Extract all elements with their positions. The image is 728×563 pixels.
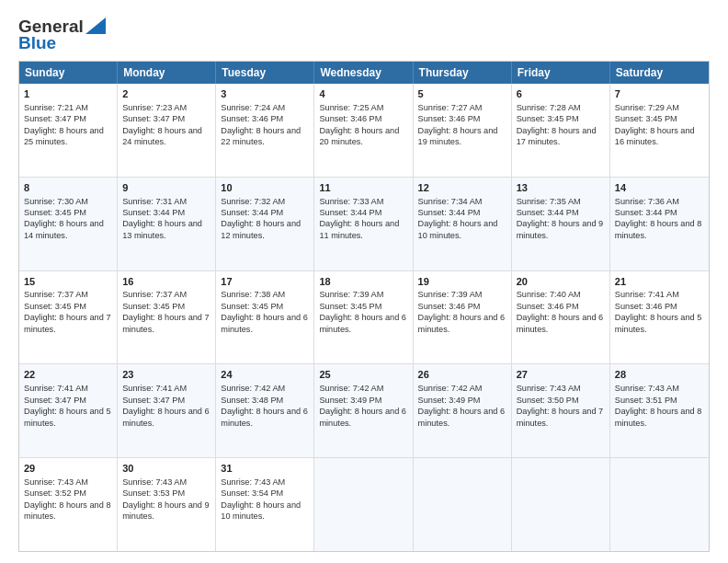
calendar-cell-21: 21Sunrise: 7:41 AMSunset: 3:46 PMDayligh… — [610, 271, 709, 364]
sunrise-text: Sunrise: 7:29 AM — [615, 103, 679, 112]
calendar-cell-29: 29Sunrise: 7:43 AMSunset: 3:52 PMDayligh… — [19, 458, 118, 551]
daylight-text: Daylight: 8 hours and 10 minutes. — [418, 219, 498, 239]
sunset-text: Sunset: 3:47 PM — [24, 396, 86, 405]
sunrise-text: Sunrise: 7:41 AM — [122, 384, 187, 393]
daylight-text: Daylight: 8 hours and 9 minutes. — [122, 500, 210, 521]
day-number: 27 — [517, 368, 605, 382]
sunrise-text: Sunrise: 7:37 AM — [122, 290, 187, 299]
sunset-text: Sunset: 3:52 PM — [24, 488, 86, 498]
day-number: 22 — [24, 368, 112, 382]
day-number: 25 — [319, 368, 407, 382]
sunset-text: Sunset: 3:49 PM — [418, 396, 481, 405]
day-number: 26 — [418, 368, 506, 382]
sunset-text: Sunset: 3:44 PM — [615, 208, 677, 217]
sunset-text: Sunset: 3:46 PM — [418, 302, 481, 311]
daylight-text: Daylight: 8 hours and 8 minutes. — [24, 500, 111, 521]
sunset-text: Sunset: 3:44 PM — [221, 208, 283, 217]
sunset-text: Sunset: 3:47 PM — [122, 396, 185, 405]
daylight-text: Daylight: 8 hours and 10 minutes. — [221, 500, 301, 521]
sunset-text: Sunset: 3:44 PM — [122, 208, 185, 217]
day-number: 19 — [418, 275, 506, 289]
daylight-text: Daylight: 8 hours and 6 minutes. — [221, 407, 308, 427]
daylight-text: Daylight: 8 hours and 5 minutes. — [24, 407, 111, 427]
header: General Blue — [18, 17, 710, 53]
calendar-row-4: 22Sunrise: 7:41 AMSunset: 3:47 PMDayligh… — [19, 363, 709, 457]
day-number: 12 — [418, 181, 506, 195]
sunrise-text: Sunrise: 7:24 AM — [221, 103, 285, 112]
daylight-text: Daylight: 8 hours and 5 minutes. — [615, 313, 702, 333]
calendar-cell-12: 12Sunrise: 7:34 AMSunset: 3:44 PMDayligh… — [414, 178, 512, 270]
day-number: 8 — [24, 181, 112, 195]
sunrise-text: Sunrise: 7:39 AM — [418, 290, 483, 299]
sunrise-text: Sunrise: 7:21 AM — [24, 103, 88, 112]
sunset-text: Sunset: 3:44 PM — [319, 208, 381, 217]
sunrise-text: Sunrise: 7:42 AM — [418, 384, 483, 393]
calendar-cell-17: 17Sunrise: 7:38 AMSunset: 3:45 PMDayligh… — [216, 271, 314, 364]
day-number: 7 — [615, 87, 704, 101]
calendar-body: 1Sunrise: 7:21 AMSunset: 3:47 PMDaylight… — [19, 84, 709, 551]
daylight-text: Daylight: 8 hours and 12 minutes. — [221, 219, 301, 239]
sunset-text: Sunset: 3:45 PM — [24, 302, 86, 311]
calendar-cell-27: 27Sunrise: 7:43 AMSunset: 3:50 PMDayligh… — [512, 364, 610, 457]
sunrise-text: Sunrise: 7:36 AM — [615, 197, 679, 206]
sunset-text: Sunset: 3:45 PM — [24, 208, 86, 217]
calendar-cell-20: 20Sunrise: 7:40 AMSunset: 3:46 PMDayligh… — [512, 271, 610, 364]
calendar-row-3: 15Sunrise: 7:37 AMSunset: 3:45 PMDayligh… — [19, 270, 709, 364]
daylight-text: Daylight: 8 hours and 20 minutes. — [319, 126, 399, 146]
page: General Blue SundayMondayTuesdayWednesda… — [0, 0, 728, 563]
day-number: 5 — [418, 87, 506, 101]
calendar-cell-empty — [512, 458, 610, 551]
sunrise-text: Sunrise: 7:43 AM — [122, 477, 187, 487]
sunrise-text: Sunrise: 7:31 AM — [122, 197, 187, 206]
sunset-text: Sunset: 3:48 PM — [221, 396, 283, 405]
sunrise-text: Sunrise: 7:43 AM — [615, 384, 679, 393]
sunrise-text: Sunrise: 7:43 AM — [221, 477, 285, 487]
daylight-text: Daylight: 8 hours and 25 minutes. — [24, 126, 104, 146]
calendar-cell-24: 24Sunrise: 7:42 AMSunset: 3:48 PMDayligh… — [216, 364, 314, 457]
daylight-text: Daylight: 8 hours and 6 minutes. — [517, 313, 604, 333]
logo: General Blue — [18, 17, 106, 53]
day-of-week-thursday: Thursday — [414, 62, 512, 84]
day-number: 23 — [122, 368, 210, 382]
calendar-cell-16: 16Sunrise: 7:37 AMSunset: 3:45 PMDayligh… — [118, 271, 216, 364]
sunset-text: Sunset: 3:54 PM — [221, 488, 283, 498]
calendar-cell-30: 30Sunrise: 7:43 AMSunset: 3:53 PMDayligh… — [118, 458, 216, 551]
calendar-cell-10: 10Sunrise: 7:32 AMSunset: 3:44 PMDayligh… — [216, 178, 314, 270]
day-number: 2 — [122, 87, 210, 101]
calendar-cell-8: 8Sunrise: 7:30 AMSunset: 3:45 PMDaylight… — [19, 178, 118, 270]
sunrise-text: Sunrise: 7:34 AM — [418, 197, 483, 206]
sunrise-text: Sunrise: 7:40 AM — [517, 290, 581, 299]
sunset-text: Sunset: 3:45 PM — [221, 302, 283, 311]
calendar-cell-4: 4Sunrise: 7:25 AMSunset: 3:46 PMDaylight… — [314, 84, 413, 177]
sunrise-text: Sunrise: 7:41 AM — [615, 290, 679, 299]
daylight-text: Daylight: 8 hours and 6 minutes. — [122, 407, 210, 427]
sunset-text: Sunset: 3:45 PM — [319, 302, 381, 311]
day-of-week-wednesday: Wednesday — [314, 62, 413, 84]
sunset-text: Sunset: 3:49 PM — [319, 396, 381, 405]
sunrise-text: Sunrise: 7:35 AM — [517, 197, 581, 206]
calendar-header: SundayMondayTuesdayWednesdayThursdayFrid… — [19, 62, 709, 84]
sunrise-text: Sunrise: 7:27 AM — [418, 103, 483, 112]
svg-marker-0 — [85, 17, 106, 34]
day-number: 24 — [221, 368, 309, 382]
day-number: 6 — [517, 87, 605, 101]
logo-blue: Blue — [18, 33, 56, 53]
day-number: 16 — [122, 275, 210, 289]
sunrise-text: Sunrise: 7:42 AM — [319, 384, 383, 393]
daylight-text: Daylight: 8 hours and 11 minutes. — [319, 219, 399, 239]
calendar-cell-25: 25Sunrise: 7:42 AMSunset: 3:49 PMDayligh… — [314, 364, 413, 457]
day-number: 3 — [221, 87, 309, 101]
calendar-cell-7: 7Sunrise: 7:29 AMSunset: 3:45 PMDaylight… — [610, 84, 709, 177]
day-of-week-tuesday: Tuesday — [216, 62, 314, 84]
daylight-text: Daylight: 8 hours and 6 minutes. — [418, 407, 506, 427]
sunset-text: Sunset: 3:46 PM — [517, 302, 579, 311]
daylight-text: Daylight: 8 hours and 19 minutes. — [418, 126, 498, 146]
day-number: 1 — [24, 87, 112, 101]
day-number: 9 — [122, 181, 210, 195]
sunset-text: Sunset: 3:45 PM — [517, 114, 579, 123]
sunrise-text: Sunrise: 7:41 AM — [24, 384, 88, 393]
day-number: 11 — [319, 181, 407, 195]
sunrise-text: Sunrise: 7:38 AM — [221, 290, 285, 299]
day-number: 30 — [122, 462, 210, 476]
daylight-text: Daylight: 8 hours and 24 minutes. — [122, 126, 202, 146]
